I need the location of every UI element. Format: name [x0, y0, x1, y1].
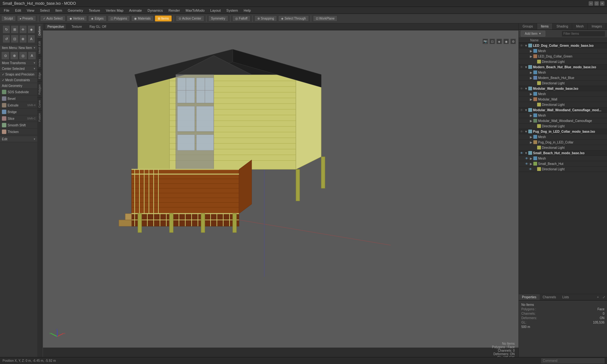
- smooth-shift-btn[interactable]: Smooth Shift: [0, 122, 38, 129]
- channels-tab[interactable]: Channels: [540, 294, 559, 300]
- expand-icon[interactable]: [533, 167, 537, 171]
- vertices-button[interactable]: ◆ Vertices: [67, 15, 87, 21]
- visibility-icon[interactable]: [524, 76, 529, 80]
- list-item[interactable]: ▶ LED_Dog_Collar_Green: [519, 54, 607, 59]
- polygons-button[interactable]: ◻ Polygons: [108, 15, 130, 21]
- sculpt-tool-4[interactable]: ◈: [28, 25, 35, 33]
- fusion-tab[interactable]: Fusion: [37, 110, 42, 124]
- polygon-tab[interactable]: Polygon: [37, 82, 42, 97]
- sculpt-tool-1[interactable]: ↻: [3, 25, 10, 33]
- mesh-edit-tab[interactable]: Mesh Edit: [37, 38, 42, 56]
- sds-subdivide-btn[interactable]: SDS Subdivide: [0, 89, 38, 95]
- falloff-button[interactable]: ◎ Falloff: [232, 15, 250, 21]
- transform-tool-3[interactable]: ◎: [19, 52, 27, 60]
- list-item[interactable]: 👁 ▼ Modern_Beach_Hut_Blue_modo_base.lxo: [519, 64, 607, 70]
- sculpt-tool-6[interactable]: ⊡: [11, 35, 18, 43]
- edge-tab[interactable]: Edge: [37, 70, 42, 82]
- expand-icon[interactable]: [533, 59, 537, 64]
- add-geometry-dropdown[interactable]: Add Geometry: [0, 83, 38, 89]
- select-through-button[interactable]: ◈ Select Through: [278, 15, 309, 21]
- list-item[interactable]: 👁 ▼ Modular_Wall_modo_base.lxo: [519, 86, 607, 91]
- visibility-icon[interactable]: 👁: [519, 108, 524, 112]
- visibility-icon[interactable]: [524, 49, 529, 53]
- expand-icon[interactable]: ▼: [524, 151, 528, 155]
- transform-tool-2[interactable]: ⊕: [10, 52, 18, 60]
- command-input[interactable]: [541, 358, 604, 363]
- menu-geometry[interactable]: Geometry: [65, 8, 85, 13]
- edges-button[interactable]: ◈ Edges: [88, 15, 106, 21]
- props-maximize[interactable]: ⤢: [601, 294, 607, 300]
- visibility-icon[interactable]: [528, 102, 533, 107]
- expand-icon[interactable]: [533, 102, 537, 107]
- expand-icon[interactable]: ▶: [529, 118, 533, 123]
- menu-item[interactable]: Item: [53, 8, 64, 13]
- visibility-icon[interactable]: [524, 92, 529, 96]
- menu-system[interactable]: System: [224, 8, 241, 13]
- visibility-icon[interactable]: [528, 145, 533, 150]
- expand-icon[interactable]: [533, 81, 537, 85]
- list-item[interactable]: ▶ Modern_Beach_Hut_Blue: [519, 75, 607, 81]
- list-item[interactable]: ▶ Mesh: [519, 91, 607, 97]
- list-item[interactable]: Directional Light: [519, 124, 607, 129]
- items-tab[interactable]: Items: [537, 23, 553, 29]
- more-transforms-dropdown[interactable]: More Transforms ▼: [0, 60, 38, 66]
- presets-button[interactable]: ▸ Presets: [17, 15, 36, 21]
- edit-dropdown[interactable]: Edit ▼: [0, 136, 38, 142]
- expand-icon[interactable]: [533, 124, 537, 128]
- menu-vertexmap[interactable]: Vertex Map: [103, 8, 126, 13]
- menu-maxtomodo[interactable]: MaxToModo: [183, 8, 207, 13]
- menu-animate[interactable]: Animate: [126, 8, 144, 13]
- materials-button[interactable]: ◉ Materials: [131, 15, 154, 21]
- sculpt-tool-2[interactable]: ⊞: [11, 25, 18, 33]
- deform-tab[interactable]: Deform: [37, 23, 42, 38]
- expand-icon[interactable]: ▶: [529, 140, 533, 144]
- visibility-icon[interactable]: [524, 140, 529, 144]
- sculpt-button[interactable]: Sculpt: [1, 15, 16, 21]
- window-controls[interactable]: − □ ×: [589, 1, 604, 6]
- visibility-icon[interactable]: 👁: [528, 167, 533, 171]
- list-item[interactable]: 👁 ▶ Mesh: [519, 156, 607, 161]
- expand-icon[interactable]: ▶: [529, 70, 533, 75]
- expand-icon[interactable]: ▼: [524, 65, 528, 69]
- sculpt-tool-5[interactable]: ↺: [3, 35, 10, 43]
- mesh-constraints-dropdown[interactable]: ✓ Mesh Constraints: [0, 77, 38, 83]
- list-item[interactable]: 👁 Directional Light: [519, 167, 607, 172]
- menu-file[interactable]: File: [1, 8, 12, 13]
- sculpt-tool-7[interactable]: ⊕: [19, 35, 27, 43]
- expand-icon[interactable]: ▼: [524, 129, 528, 134]
- lists-tab[interactable]: Lists: [559, 294, 572, 300]
- list-item[interactable]: 👁 ▶ Small_Beach_Hut: [519, 161, 607, 167]
- item-menu-dropdown[interactable]: Item Menu: New Item ▼: [0, 45, 38, 51]
- menu-select[interactable]: Select: [37, 8, 52, 13]
- minimize-button[interactable]: −: [589, 1, 593, 6]
- visibility-icon[interactable]: [524, 70, 529, 75]
- items-button[interactable]: ⊞ Items: [155, 15, 172, 21]
- workplane-button[interactable]: ⊡ WorkPlane: [313, 15, 338, 21]
- expand-icon[interactable]: ▶: [529, 92, 533, 96]
- list-item[interactable]: ▶ Mesh: [519, 48, 607, 54]
- snapping-button[interactable]: ⊕ Snapping: [254, 15, 277, 21]
- scene-canvas[interactable]: 📷 ⊡ ◈ ◉ ⚙ X Y Z No Item: [43, 30, 518, 357]
- menu-edit[interactable]: Edit: [13, 8, 24, 13]
- list-item[interactable]: 👁 ▼ Small_Beach_Hut_modo_base.lxo: [519, 150, 607, 156]
- vertex-tab[interactable]: Vertex: [37, 56, 42, 70]
- properties-tab[interactable]: Properties: [519, 294, 540, 300]
- maximize-button[interactable]: □: [594, 1, 599, 6]
- visibility-icon[interactable]: [528, 59, 533, 64]
- menu-texture[interactable]: Texture: [86, 8, 103, 13]
- list-item[interactable]: 👁 ▼ Modular_Wall_Woodland_Camouflage_mod…: [519, 107, 607, 113]
- expand-icon[interactable]: ▶: [529, 161, 533, 166]
- add-props-tab[interactable]: +: [595, 294, 601, 300]
- visibility-icon[interactable]: [528, 124, 533, 128]
- bevel-btn[interactable]: Bevel: [0, 95, 38, 102]
- center-selected-dropdown[interactable]: Center Selected ▼: [0, 66, 38, 72]
- slice-btn[interactable]: Slice Shift-C: [0, 115, 38, 122]
- groups-tab[interactable]: Groups: [519, 23, 537, 29]
- images-tab[interactable]: Images: [588, 23, 606, 29]
- expand-icon[interactable]: ▼: [524, 86, 528, 91]
- transform-tool-4[interactable]: A: [28, 52, 36, 60]
- display-icon[interactable]: ◈: [496, 39, 502, 44]
- close-button[interactable]: ×: [600, 1, 604, 6]
- symmetry-button[interactable]: Symmetry: [208, 15, 228, 21]
- menu-dynamics[interactable]: Dynamics: [145, 8, 165, 13]
